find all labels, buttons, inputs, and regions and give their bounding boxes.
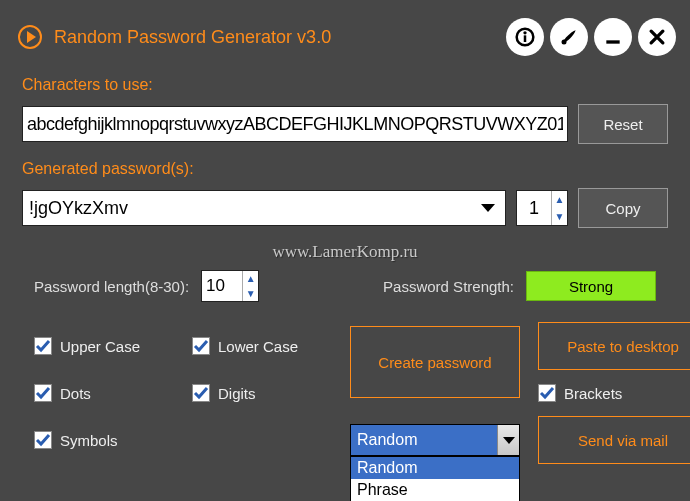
strength-badge: Strong	[526, 271, 656, 301]
app-title: Random Password Generator v3.0	[54, 27, 494, 48]
check-icon	[34, 384, 52, 402]
reset-button[interactable]: Reset	[578, 104, 668, 144]
length-input[interactable]	[202, 271, 242, 301]
count-input[interactable]	[517, 191, 551, 225]
count-down-button[interactable]: ▼	[552, 208, 567, 225]
chevron-down-icon	[481, 204, 495, 212]
password-type-dropdown[interactable]: Random Phrase Pronouncable	[350, 456, 520, 501]
brush-button[interactable]	[550, 18, 588, 56]
generated-password-select[interactable]: !jgOYkzXmv	[22, 190, 506, 226]
password-type-selected: Random	[357, 431, 497, 449]
minimize-button[interactable]	[594, 18, 632, 56]
watermark-text: www.LamerKomp.ru	[22, 242, 668, 262]
length-stepper[interactable]: ▲ ▼	[201, 270, 259, 302]
count-stepper[interactable]: ▲ ▼	[516, 190, 568, 226]
check-icon	[192, 337, 210, 355]
chars-label: Characters to use:	[22, 76, 668, 94]
chevron-down-icon	[497, 425, 519, 455]
svg-rect-2	[524, 35, 527, 42]
checkbox-digits[interactable]: Digits	[192, 384, 332, 402]
app-icon	[18, 25, 42, 49]
length-down-button[interactable]: ▼	[243, 286, 258, 301]
svg-point-3	[562, 40, 567, 45]
length-up-button[interactable]: ▲	[243, 271, 258, 286]
charset-input[interactable]	[22, 106, 568, 142]
generated-label: Generated password(s):	[22, 160, 668, 178]
close-button[interactable]	[638, 18, 676, 56]
option-phrase[interactable]: Phrase	[351, 479, 519, 501]
option-random[interactable]: Random	[351, 457, 519, 479]
checkbox-upper-case[interactable]: Upper Case	[34, 337, 174, 355]
paste-to-desktop-button[interactable]: Paste to desktop	[538, 322, 690, 370]
checkbox-lower-case[interactable]: Lower Case	[192, 337, 332, 355]
generated-password-value: !jgOYkzXmv	[29, 198, 481, 219]
send-via-mail-button[interactable]: Send via mail	[538, 416, 690, 464]
count-up-button[interactable]: ▲	[552, 191, 567, 208]
create-password-button[interactable]: Create password	[350, 326, 520, 398]
check-icon	[538, 384, 556, 402]
strength-label: Password Strength:	[383, 278, 514, 295]
copy-button[interactable]: Copy	[578, 188, 668, 228]
check-icon	[34, 337, 52, 355]
check-icon	[34, 431, 52, 449]
length-label: Password length(8-30):	[34, 278, 189, 295]
checkbox-brackets[interactable]: Brackets	[538, 384, 690, 402]
svg-rect-4	[606, 40, 619, 43]
check-icon	[192, 384, 210, 402]
password-type-select[interactable]: Random	[350, 424, 520, 456]
info-button[interactable]	[506, 18, 544, 56]
svg-point-1	[523, 31, 526, 34]
checkbox-symbols[interactable]: Symbols	[34, 431, 174, 449]
checkbox-dots[interactable]: Dots	[34, 384, 174, 402]
